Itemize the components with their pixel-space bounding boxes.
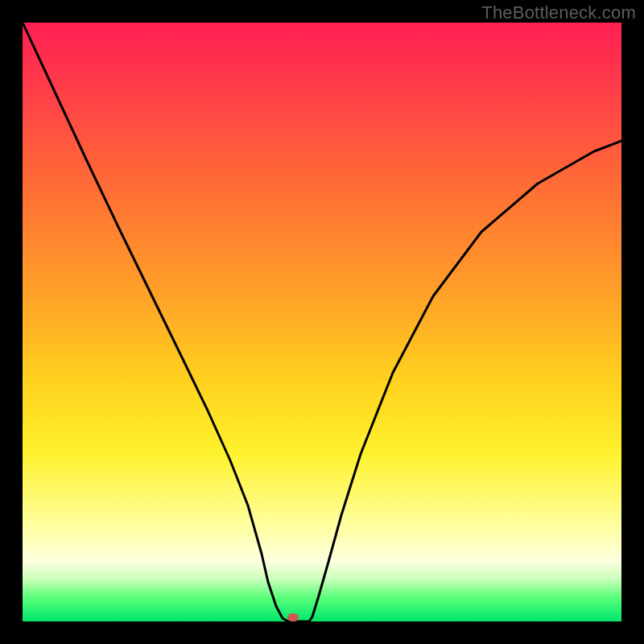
curve-svg [23,23,621,621]
outer-frame: TheBottleneck.com [0,0,644,644]
bottleneck-curve [23,23,621,621]
plot-area [23,23,621,621]
minimum-marker [287,613,299,621]
watermark-text: TheBottleneck.com [481,2,636,23]
